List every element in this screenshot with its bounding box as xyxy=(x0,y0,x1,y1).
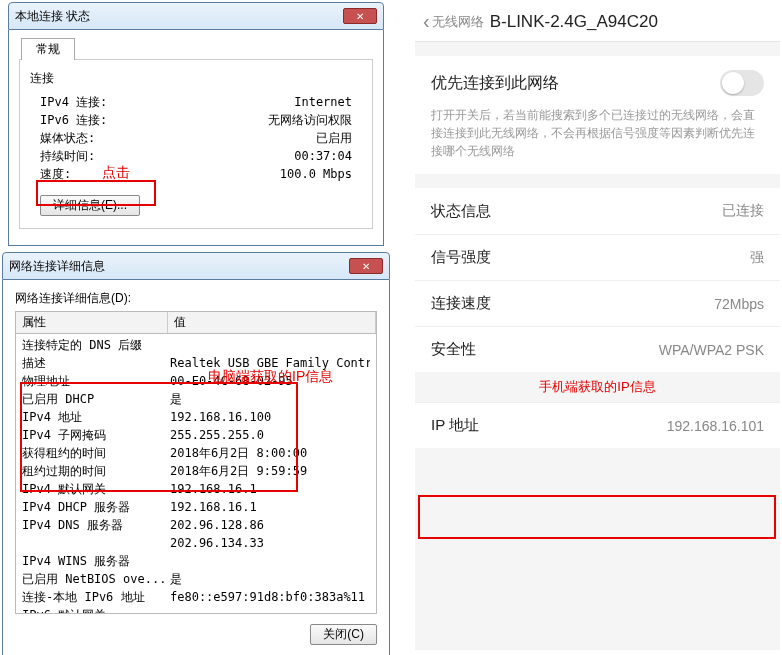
value-cell: 2018年6月2日 8:00:00 xyxy=(170,444,370,462)
back-button[interactable]: 无线网络 xyxy=(423,10,484,33)
details-row[interactable]: IPv4 子网掩码255.255.255.0 xyxy=(16,426,376,444)
linkspeed-label: 连接速度 xyxy=(431,294,491,313)
details-titlebar[interactable]: 网络连接详细信息 ✕ xyxy=(2,252,390,280)
status-title: 本地连接 状态 xyxy=(15,8,90,25)
prop-cell: IPv4 DNS 服务器 xyxy=(22,516,170,534)
duration-label: 持续时间: xyxy=(30,147,150,165)
row-speed[interactable]: 连接速度 72Mbps xyxy=(415,280,780,326)
ssid-title: B-LINK-2.4G_A94C20 xyxy=(490,12,658,32)
status-group: 连接 IPv4 连接:Internet IPv6 连接:无网络访问权限 媒体状态… xyxy=(19,59,373,229)
tab-general[interactable]: 常规 xyxy=(21,38,75,60)
media-label: 媒体状态: xyxy=(30,129,150,147)
network-details-window: 网络连接详细信息 ✕ 网络连接详细信息(D): 属性 值 连接特定的 DNS 后… xyxy=(2,252,390,655)
value-cell: 255.255.255.0 xyxy=(170,426,370,444)
value-cell: 202.96.134.33 xyxy=(170,534,370,552)
col-property: 属性 xyxy=(16,312,168,333)
value-cell: 192.168.16.1 xyxy=(170,480,370,498)
details-row[interactable]: IPv4 默认网关192.168.16.1 xyxy=(16,480,376,498)
prop-cell: 描述 xyxy=(22,354,170,372)
prop-cell: IPv4 子网掩码 xyxy=(22,426,170,444)
row-status[interactable]: 状态信息 已连接 xyxy=(415,188,780,234)
details-row[interactable]: 已启用 DHCP是 xyxy=(16,390,376,408)
prefer-note: 打开开关后，若当前能搜索到多个已连接过的无线网络，会直接连接到此无线网络，不会再… xyxy=(431,106,764,160)
connection-status-window: 本地连接 状态 ✕ 常规 连接 IPv4 连接:Internet IPv6 连接… xyxy=(8,2,384,246)
annotation-mobile-ip: 手机端获取的IP信息 xyxy=(539,379,655,394)
details-row[interactable]: IPv4 DHCP 服务器192.168.16.1 xyxy=(16,498,376,516)
prop-cell: 已启用 NetBIOS ove... xyxy=(22,570,170,588)
status-value: 已连接 xyxy=(722,202,764,220)
signal-label: 信号强度 xyxy=(431,248,491,267)
details-button[interactable]: 详细信息(E)... xyxy=(40,195,140,216)
value-cell: 192.168.16.1 xyxy=(170,498,370,516)
speed-value: 100.0 Mbps xyxy=(280,165,362,183)
value-cell xyxy=(170,552,370,570)
info-section: 状态信息 已连接 信号强度 强 连接速度 72Mbps 安全性 WPA/WPA2… xyxy=(415,188,780,448)
prefer-card: 优先连接到此网络 打开开关后，若当前能搜索到多个已连接过的无线网络，会直接连接到… xyxy=(415,56,780,174)
row-security[interactable]: 安全性 WPA/WPA2 PSK xyxy=(415,326,780,372)
back-label: 无线网络 xyxy=(432,13,484,31)
section-label: 连接 xyxy=(30,70,362,87)
prefer-title: 优先连接到此网络 xyxy=(431,73,559,94)
details-row[interactable]: 连接-本地 IPv6 地址fe80::e597:91d8:bf0:383a%11 xyxy=(16,588,376,606)
row-signal[interactable]: 信号强度 强 xyxy=(415,234,780,280)
ipv6-conn-label: IPv6 连接: xyxy=(30,111,150,129)
value-cell xyxy=(170,336,370,354)
value-cell: 202.96.128.86 xyxy=(170,516,370,534)
prop-cell: IPv4 WINS 服务器 xyxy=(22,552,170,570)
prefer-toggle[interactable] xyxy=(720,70,764,96)
annotation-click: 点击 xyxy=(102,164,130,182)
media-value: 已启用 xyxy=(316,129,362,147)
mobile-navbar: 无线网络 B-LINK-2.4G_A94C20 xyxy=(415,2,780,42)
ipv6-conn-value: 无网络访问权限 xyxy=(268,111,362,129)
details-row[interactable]: 获得租约的时间2018年6月2日 8:00:00 xyxy=(16,444,376,462)
prop-cell xyxy=(22,534,170,552)
prop-cell: IPv4 DHCP 服务器 xyxy=(22,498,170,516)
ip-value: 192.168.16.101 xyxy=(667,418,764,434)
mobile-wifi-detail: 无线网络 B-LINK-2.4G_A94C20 优先连接到此网络 打开开关后，若… xyxy=(415,2,780,650)
ipv4-conn-value: Internet xyxy=(294,93,362,111)
prop-cell: IPv6 默认网关 xyxy=(22,606,170,614)
security-label: 安全性 xyxy=(431,340,476,359)
signal-value: 强 xyxy=(750,249,764,267)
value-cell: 是 xyxy=(170,570,370,588)
value-cell xyxy=(170,606,370,614)
details-label: 网络连接详细信息(D): xyxy=(15,290,377,307)
close-button[interactable]: 关闭(C) xyxy=(310,624,377,645)
details-row[interactable]: IPv4 WINS 服务器 xyxy=(16,552,376,570)
details-row[interactable]: IPv4 DNS 服务器202.96.128.86 xyxy=(16,516,376,534)
details-body: 网络连接详细信息(D): 属性 值 连接特定的 DNS 后缀描述Realtek … xyxy=(2,280,390,655)
annotation-pc-ip: 电脑端获取的IP信息 xyxy=(208,368,333,386)
details-row[interactable]: 连接特定的 DNS 后缀 xyxy=(16,336,376,354)
security-value: WPA/WPA2 PSK xyxy=(659,342,764,358)
ip-label: IP 地址 xyxy=(431,416,479,435)
prop-cell: 获得租约的时间 xyxy=(22,444,170,462)
details-title: 网络连接详细信息 xyxy=(9,258,105,275)
value-cell: 是 xyxy=(170,390,370,408)
col-value: 值 xyxy=(168,312,376,333)
details-columns: 属性 值 xyxy=(15,311,377,334)
highlight-mobile-ip xyxy=(418,495,776,539)
close-icon[interactable]: ✕ xyxy=(349,258,383,274)
prop-cell: 租约过期的时间 xyxy=(22,462,170,480)
prop-cell: IPv4 默认网关 xyxy=(22,480,170,498)
details-row[interactable]: 租约过期的时间2018年6月2日 9:59:59 xyxy=(16,462,376,480)
prop-cell: 连接特定的 DNS 后缀 xyxy=(22,336,170,354)
value-cell: fe80::e597:91d8:bf0:383a%11 xyxy=(170,588,370,606)
close-icon[interactable]: ✕ xyxy=(343,8,377,24)
details-row[interactable]: IPv6 默认网关 xyxy=(16,606,376,614)
prop-cell: 已启用 DHCP xyxy=(22,390,170,408)
duration-value: 00:37:04 xyxy=(294,147,362,165)
ipv4-conn-label: IPv4 连接: xyxy=(30,93,150,111)
status-body: 常规 连接 IPv4 连接:Internet IPv6 连接:无网络访问权限 媒… xyxy=(8,30,384,246)
value-cell: 2018年6月2日 9:59:59 xyxy=(170,462,370,480)
status-label: 状态信息 xyxy=(431,202,491,221)
row-ip[interactable]: IP 地址 192.168.16.101 xyxy=(415,402,780,448)
speed-label: 速度: xyxy=(30,165,150,183)
prop-cell: 连接-本地 IPv6 地址 xyxy=(22,588,170,606)
status-titlebar[interactable]: 本地连接 状态 ✕ xyxy=(8,2,384,30)
details-row[interactable]: 202.96.134.33 xyxy=(16,534,376,552)
details-row[interactable]: 已启用 NetBIOS ove...是 xyxy=(16,570,376,588)
prop-cell: 物理地址 xyxy=(22,372,170,390)
linkspeed-value: 72Mbps xyxy=(714,296,764,312)
details-row[interactable]: IPv4 地址192.168.16.100 xyxy=(16,408,376,426)
